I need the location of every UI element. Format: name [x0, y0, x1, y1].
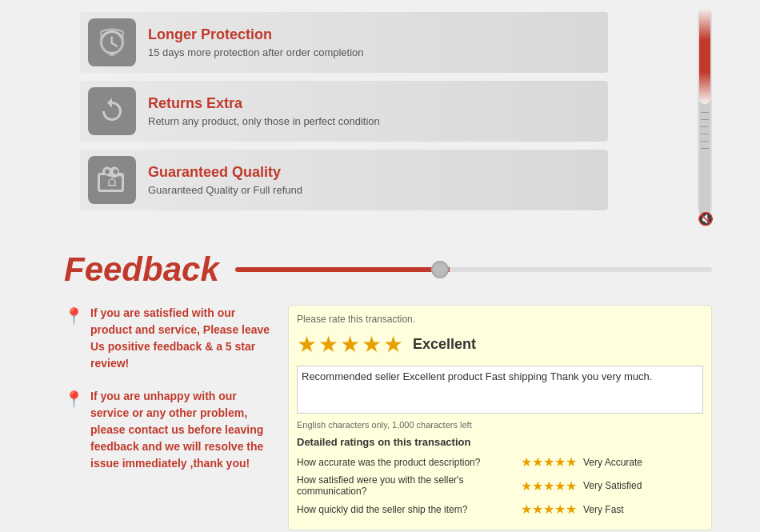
feedback-content: 📍 If you are satisfied with our product … — [64, 305, 712, 530]
small-star-2-2[interactable]: ★ — [532, 478, 543, 494]
main-container: Longer Protection 15 days more protectio… — [0, 0, 760, 532]
star-2[interactable]: ★ — [318, 331, 338, 358]
rating-desc-2: Very Satisfied — [583, 480, 642, 491]
returns-extra-icon — [88, 87, 136, 135]
small-star-2-4[interactable]: ★ — [554, 478, 566, 494]
small-star-3-5[interactable]: ★ — [566, 502, 577, 517]
feedback-textarea[interactable]: Recommended seller Excellent product Fas… — [297, 366, 703, 414]
benefit-guaranteed-quality: Guaranteed Quality Guaranteed Quality or… — [80, 150, 608, 210]
feedback-form: Please rate this transaction. ★ ★ ★ ★ ★ … — [288, 305, 712, 530]
rating-row-1: How accurate was the product description… — [297, 454, 703, 470]
char-limit-text: English characters only, 1,000 character… — [297, 420, 703, 430]
small-star-2-3[interactable]: ★ — [543, 478, 554, 494]
longer-protection-icon — [88, 18, 136, 66]
small-stars-3: ★ ★ ★ ★ ★ — [521, 502, 577, 517]
scrollbar-track — [699, 8, 710, 216]
feedback-progress-slider[interactable] — [235, 267, 712, 272]
benefit-returns-extra: Returns Extra Return any product, only t… — [80, 81, 608, 142]
feedback-header: Feedback — [64, 250, 712, 289]
rating-question-1: How accurate was the product description… — [297, 457, 521, 468]
scrollbar-thumb — [699, 8, 710, 104]
feedback-positive-msg: 📍 If you are satisfied with our product … — [64, 305, 272, 372]
returns-extra-desc: Return any product, only those in perfec… — [148, 115, 380, 127]
detailed-ratings-title: Detailed ratings on this transaction — [297, 436, 703, 448]
small-stars-2: ★ ★ ★ ★ ★ — [521, 478, 577, 494]
scrollbar-line-1 — [701, 112, 709, 113]
star-1[interactable]: ★ — [297, 331, 317, 358]
stars-row: ★ ★ ★ ★ ★ Excellent — [297, 331, 703, 358]
feedback-slider-thumb — [431, 261, 449, 278]
pin-icon-1: 📍 — [64, 306, 84, 326]
pin-icon-2: 📍 — [64, 390, 84, 409]
detailed-ratings: Detailed ratings on this transaction How… — [297, 436, 703, 517]
small-star-2-5[interactable]: ★ — [566, 478, 577, 494]
rate-label: Please rate this transaction. — [297, 314, 703, 325]
guaranteed-quality-icon — [88, 156, 136, 204]
star-3[interactable]: ★ — [340, 331, 360, 358]
guaranteed-quality-title: Guaranteed Quality — [148, 164, 302, 181]
returns-extra-title: Returns Extra — [148, 95, 380, 112]
benefit-longer-protection: Longer Protection 15 days more protectio… — [80, 12, 608, 73]
feedback-positive-text: If you are satisfied with our product an… — [90, 305, 272, 372]
volume-icon: 🔇 — [698, 211, 714, 226]
rating-desc-1: Very Accurate — [583, 457, 642, 468]
small-star-2-1[interactable]: ★ — [521, 478, 532, 494]
benefits-section: Longer Protection 15 days more protectio… — [0, 8, 760, 234]
longer-protection-title: Longer Protection — [148, 26, 364, 43]
scrollbar-line-5 — [701, 141, 709, 142]
feedback-negative-msg: 📍 If you are unhappy with our service or… — [64, 388, 272, 472]
longer-protection-text: Longer Protection 15 days more protectio… — [148, 26, 364, 58]
small-star-3-1[interactable]: ★ — [521, 502, 532, 517]
scrollbar[interactable] — [698, 8, 712, 216]
small-star-3-4[interactable]: ★ — [554, 502, 566, 517]
scrollbar-lines — [701, 112, 709, 149]
scrollbar-line-6 — [701, 148, 709, 149]
scrollbar-line-3 — [701, 126, 709, 127]
rating-row-3: How quickly did the seller ship the item… — [297, 502, 703, 517]
returns-extra-text: Returns Extra Return any product, only t… — [148, 95, 380, 127]
scrollbar-line-2 — [701, 119, 709, 120]
rating-desc-3: Very Fast — [583, 504, 624, 515]
small-star-1-3[interactable]: ★ — [543, 454, 554, 470]
longer-protection-desc: 15 days more protection after order comp… — [148, 46, 364, 58]
svg-rect-1 — [109, 185, 116, 186]
star-5[interactable]: ★ — [383, 331, 403, 358]
guaranteed-quality-desc: Guaranteed Quality or Full refund — [148, 184, 302, 196]
small-star-3-2[interactable]: ★ — [532, 502, 543, 517]
svg-rect-0 — [110, 179, 114, 181]
rating-question-3: How quickly did the seller ship the item… — [297, 504, 521, 515]
rating-label: Excellent — [413, 336, 476, 353]
feedback-section: Feedback 📍 If you are satisfied with our… — [0, 234, 760, 532]
guaranteed-quality-text: Guaranteed Quality Guaranteed Quality or… — [148, 164, 302, 196]
rating-row-2: How satisfied were you with the seller's… — [297, 474, 703, 497]
small-star-3-3[interactable]: ★ — [543, 502, 554, 517]
feedback-left-panel: 📍 If you are satisfied with our product … — [64, 305, 272, 530]
scrollbar-line-4 — [701, 134, 709, 134]
star-4[interactable]: ★ — [362, 331, 382, 358]
feedback-title: Feedback — [64, 250, 219, 289]
rating-question-2: How satisfied were you with the seller's… — [297, 474, 521, 497]
small-star-1-2[interactable]: ★ — [532, 454, 543, 470]
small-star-1-4[interactable]: ★ — [554, 454, 566, 470]
feedback-negative-text: If you are unhappy with our service or a… — [90, 388, 272, 472]
small-star-1-1[interactable]: ★ — [521, 454, 532, 470]
small-stars-1: ★ ★ ★ ★ ★ — [521, 454, 577, 470]
small-star-1-5[interactable]: ★ — [566, 454, 577, 470]
